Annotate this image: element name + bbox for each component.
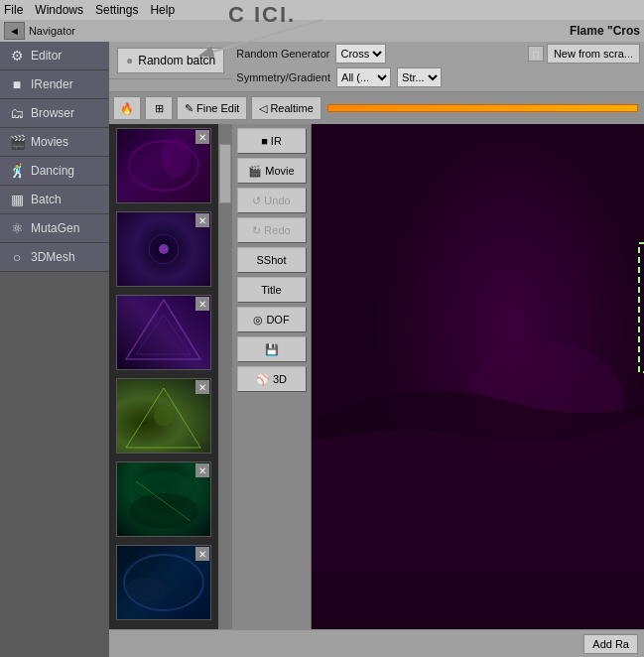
svg-point-15	[129, 493, 198, 529]
3dmesh-icon: ○	[8, 248, 26, 266]
fine-edit-button[interactable]: ✎ Fine Edit	[177, 96, 247, 120]
redo-label: Redo	[264, 224, 290, 236]
thumb-close-1[interactable]: ✕	[195, 130, 209, 144]
ir-button[interactable]: ■ IR	[237, 128, 307, 154]
nav-irender[interactable]: ■ IRender	[0, 70, 109, 99]
main-layout: ⚙ Editor ■ IRender 🗂 Browser 🎬 Movies 🕺 …	[0, 42, 644, 657]
new-from-icon: □	[528, 46, 544, 62]
generator-row: Random Generator Cross □ New from scra..…	[236, 44, 640, 64]
redo-icon: ↻	[252, 224, 261, 237]
irender-icon: ■	[8, 75, 26, 93]
svg-point-18	[126, 578, 166, 601]
threed-icon: ⚾	[256, 373, 270, 386]
dof-button[interactable]: ◎ DOF	[237, 307, 307, 332]
flame-btn[interactable]: 🔥	[113, 96, 141, 120]
svg-point-5	[159, 244, 169, 254]
dof-icon: ◎	[253, 314, 263, 327]
nav-3dmesh[interactable]: ○ 3DMesh	[0, 243, 109, 272]
generator-select[interactable]: Cross	[335, 44, 386, 64]
svg-point-3	[126, 153, 166, 183]
nav-irender-label: IRender	[31, 77, 73, 91]
nav-browser[interactable]: 🗂 Browser	[0, 99, 109, 128]
nav-3dmesh-label: 3DMesh	[31, 250, 75, 264]
controls-area: ● Random batch Random Generator Cross □ …	[109, 42, 644, 657]
new-from-scratch-button[interactable]: New from scra...	[547, 44, 640, 64]
scroll-thumb[interactable]	[219, 144, 231, 203]
menu-file[interactable]: File	[4, 3, 23, 17]
threed-button[interactable]: ⚾ 3D	[237, 366, 307, 392]
flame-title: Flame "Cros	[570, 24, 640, 38]
sshot-button[interactable]: SShot	[237, 247, 307, 273]
fine-edit-label: Fine Edit	[196, 102, 239, 114]
realtime-button[interactable]: ◁ Realtime	[251, 96, 321, 120]
threed-label: 3D	[273, 373, 287, 385]
title-button[interactable]: Title	[237, 277, 307, 303]
thumbnail-5[interactable]: ✕	[116, 461, 211, 537]
thumb-close-4[interactable]: ✕	[195, 380, 209, 394]
editor-icon: ⚙	[8, 47, 26, 65]
fine-edit-icon: ✎	[185, 102, 193, 115]
main-viewport	[312, 124, 644, 629]
thumbnail-1[interactable]: ✕	[116, 128, 211, 203]
svg-marker-8	[126, 300, 200, 359]
symmetry-label: Symmetry/Gradient	[236, 71, 330, 83]
thumbnail-panel: ✕ ✕	[109, 124, 218, 629]
thumb-close-6[interactable]: ✕	[195, 547, 209, 561]
sshot-label: SShot	[257, 254, 287, 266]
add-ra-button[interactable]: Add Ra	[583, 634, 638, 654]
content-row: ✕ ✕	[109, 124, 644, 629]
thumb-close-5[interactable]: ✕	[195, 463, 209, 477]
ir-icon: ■	[261, 135, 268, 147]
movie-label: Movie	[265, 165, 294, 177]
random-batch-button[interactable]: ● Random batch	[117, 48, 224, 73]
grid-btn[interactable]: ⊞	[145, 96, 173, 120]
movie-button[interactable]: 🎬 Movie	[237, 158, 307, 184]
random-batch-label: Random batch	[138, 54, 215, 67]
bottom-bar: Add Ra	[109, 629, 644, 657]
nav-editor[interactable]: ⚙ Editor	[0, 42, 109, 70]
thumb-close-2[interactable]: ✕	[195, 213, 209, 227]
scroll-bar[interactable]	[218, 124, 232, 629]
undo-icon: ↺	[252, 195, 261, 207]
nav-mutagen[interactable]: ⚛ MutaGen	[0, 214, 109, 243]
dancing-icon: 🕺	[8, 162, 26, 180]
movie-icon: 🎬	[248, 165, 262, 178]
menu-help[interactable]: Help	[150, 3, 175, 17]
undo-button[interactable]: ↺ Undo	[237, 188, 307, 213]
svg-point-13	[154, 406, 174, 426]
browser-icon: 🗂	[8, 104, 26, 122]
movies-icon: 🎬	[8, 133, 26, 151]
nav-dancing[interactable]: 🕺 Dancing	[0, 157, 109, 186]
disk-icon: 💾	[265, 343, 279, 356]
navigator-panel: ⚙ Editor ■ IRender 🗂 Browser 🎬 Movies 🕺 …	[0, 42, 109, 657]
dof-label: DOF	[266, 314, 289, 326]
nav-browser-label: Browser	[31, 106, 74, 120]
disk-button[interactable]: 💾	[237, 336, 307, 362]
progress-bar	[327, 104, 638, 112]
symmetry-select2[interactable]: Str...	[397, 67, 442, 87]
side-buttons-panel: ■ IR 🎬 Movie ↺ Undo ↻ Redo SShot	[232, 124, 312, 629]
redo-button[interactable]: ↻ Redo	[237, 217, 307, 243]
collapse-btn[interactable]: ◄	[4, 22, 25, 40]
thumbnail-2[interactable]: ✕	[116, 211, 211, 287]
svg-point-4	[161, 138, 191, 178]
svg-rect-21	[639, 243, 644, 372]
navigator-label: Navigator	[29, 25, 75, 37]
thumbnail-3[interactable]: ✕	[116, 295, 211, 370]
nav-batch[interactable]: ▦ Batch	[0, 186, 109, 214]
menu-windows[interactable]: Windows	[35, 3, 83, 17]
nav-batch-label: Batch	[31, 193, 62, 206]
random-batch-row: ● Random batch	[109, 42, 232, 79]
thumbnail-6[interactable]: ✕	[116, 545, 211, 620]
app-header: ◄ Navigator Flame "Cros	[0, 20, 644, 42]
menu-settings[interactable]: Settings	[95, 3, 138, 17]
nav-movies[interactable]: 🎬 Movies	[0, 128, 109, 157]
nav-movies-label: Movies	[31, 135, 68, 149]
thumbnail-4[interactable]: ✕	[116, 378, 211, 454]
toolbar-row: 🔥 ⊞ ✎ Fine Edit ◁ Realtime	[109, 92, 644, 124]
ir-label: IR	[271, 135, 282, 147]
svg-marker-9	[136, 315, 191, 354]
symmetry-select1[interactable]: All (...	[336, 67, 391, 87]
thumb-close-3[interactable]: ✕	[195, 297, 209, 311]
batch-icon: ▦	[8, 191, 26, 208]
